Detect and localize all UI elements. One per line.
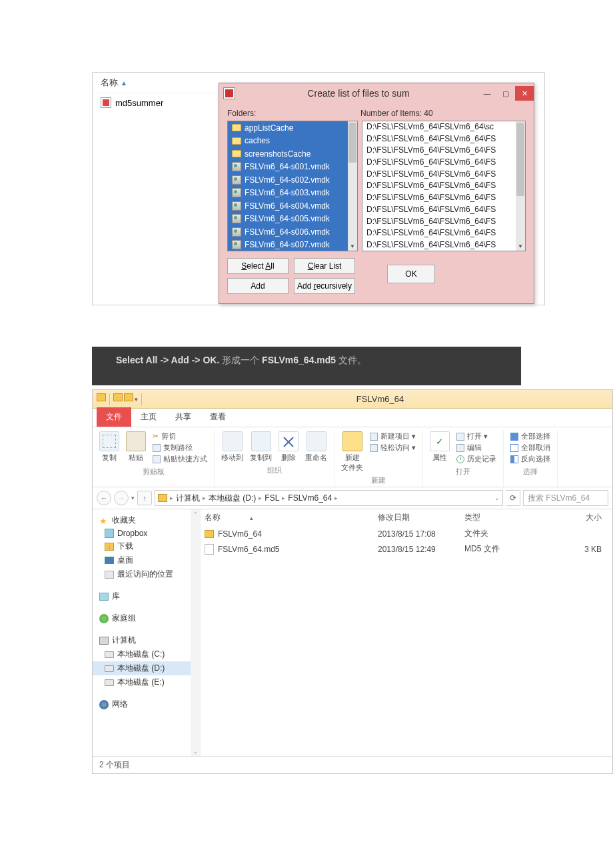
file-row[interactable]: FSLVm6_64.md52013/8/15 12:49MD5 文件3 KB	[201, 541, 612, 557]
folder-list-item[interactable]: appListCache	[228, 121, 357, 135]
select-all-button[interactable]: 全部选择	[510, 431, 550, 441]
nav-homegroup[interactable]: 家庭组	[93, 611, 200, 625]
path-list-item[interactable]: D:\FSL\FSLVm6_64\FSLVm6_64\FS	[362, 192, 525, 204]
tab-share[interactable]: 共享	[166, 407, 201, 427]
nav-recent[interactable]: 最近访问的位置	[93, 567, 200, 581]
new-folder-button[interactable]: 新建 文件夹	[341, 431, 363, 473]
scroll-thumb[interactable]	[516, 123, 524, 196]
maximize-button[interactable]: ▢	[496, 86, 515, 101]
address-dropdown-icon[interactable]: ⌄	[494, 495, 500, 501]
select-none-button[interactable]: 全部取消	[510, 443, 550, 453]
move-to-button[interactable]: 移动到	[221, 431, 243, 463]
folder-list-item[interactable]: FSLVm6_64-s003.vmdk	[228, 187, 357, 200]
path-list-item[interactable]: D:\FSL\FSLVm6_64\FSLVm6_64\FS	[362, 204, 525, 216]
scroll-down-icon[interactable]: ▼	[348, 241, 357, 251]
path-list-item[interactable]: D:\FSL\FSLVm6_64\FSLVm6_64\FS	[362, 157, 525, 169]
chevron-right-icon[interactable]: ▸	[203, 495, 206, 501]
folder-list-item[interactable]: FSLVm6_64-s001.vmdk	[228, 161, 357, 174]
navigation-tree[interactable]: ★收藏夹 Dropbox 下载 桌面 最近访问的位置 库 家庭组 计算机 本地磁…	[93, 509, 201, 756]
breadcrumb-item[interactable]: FSLVm6_64	[288, 493, 332, 503]
paths-listbox[interactable]: D:\FSL\FSLVm6_64\FSLVm6_64\scD:\FSL\FSLV…	[362, 121, 526, 251]
open-button[interactable]: 打开 ▾	[456, 431, 496, 441]
delete-button[interactable]: 删除	[279, 431, 299, 463]
folder-list-item[interactable]: FSLVm6_64-s002.vmdk	[228, 173, 357, 187]
refresh-button[interactable]: ⟳	[506, 490, 520, 506]
nav-favorites[interactable]: ★收藏夹	[93, 513, 200, 527]
nav-forward-button[interactable]: →	[114, 491, 129, 505]
cut-button[interactable]: ✂剪切	[153, 431, 207, 441]
copy-to-button[interactable]: 复制到	[250, 431, 272, 463]
nav-recent-dropdown[interactable]: ▾	[131, 495, 135, 501]
path-list-item[interactable]: D:\FSL\FSLVm6_64\FSLVm6_64\FS	[362, 227, 525, 239]
nav-up-button[interactable]: ↑	[137, 491, 152, 505]
new-item-button[interactable]: 新建项目 ▾	[370, 431, 416, 441]
chevron-right-icon[interactable]: ▸	[170, 495, 173, 501]
paste-button[interactable]: 粘贴	[126, 431, 146, 463]
folder-list-item[interactable]: screenshotsCache	[228, 147, 357, 161]
easy-access-button[interactable]: 轻松访问 ▾	[370, 443, 416, 453]
invert-selection-button[interactable]: 反向选择	[510, 454, 550, 464]
scrollbar[interactable]: ▲ ▼	[348, 121, 357, 251]
folder-list-item[interactable]: FSLVm6_64-s004.vmdk	[228, 199, 357, 213]
copy-button[interactable]: 复制	[99, 431, 119, 463]
search-input[interactable]: 搜索 FSLVm6_64	[523, 490, 608, 506]
path-list-item[interactable]: D:\FSL\FSLVm6_64\FSLVm6_64\FS	[362, 145, 525, 157]
address-bar[interactable]: ▸ 计算机 ▸ 本地磁盘 (D:) ▸ FSL ▸ FSLVm6_64 ▸ ⌄	[155, 490, 503, 506]
folder-list-item[interactable]: FSLVm6_64-s006.vmdk	[228, 225, 357, 239]
nav-disk-e[interactable]: 本地磁盘 (E:)	[93, 675, 200, 689]
add-button[interactable]: Add	[227, 278, 289, 294]
col-date[interactable]: 修改日期	[378, 512, 464, 523]
close-button[interactable]: ✕	[515, 86, 534, 101]
dialog-titlebar[interactable]: Create list of files to sum — ▢ ✕	[219, 83, 534, 103]
nav-computer[interactable]: 计算机	[93, 633, 200, 647]
folder-list-item[interactable]: caches	[228, 135, 357, 148]
breadcrumb-item[interactable]: 计算机	[176, 493, 200, 504]
nav-disk-d[interactable]: 本地磁盘 (D:)	[93, 661, 200, 675]
path-list-item[interactable]: D:\FSL\FSLVm6_64\FSLVm6_64\sc	[362, 121, 525, 133]
breadcrumb-item[interactable]: FSL	[265, 493, 279, 503]
chevron-right-icon[interactable]: ▸	[334, 495, 338, 501]
tab-view[interactable]: 查看	[201, 407, 235, 427]
nav-libraries[interactable]: 库	[93, 589, 200, 603]
col-name[interactable]: 名称▴	[205, 512, 378, 523]
folder-icon[interactable]	[113, 393, 123, 401]
properties-button[interactable]: 属性	[430, 431, 450, 463]
nav-downloads[interactable]: 下载	[93, 539, 200, 553]
edit-button[interactable]: 编辑	[456, 443, 496, 453]
explorer-titlebar[interactable]: ▾ FSLVm6_64	[93, 390, 612, 409]
nav-back-button[interactable]: ←	[97, 491, 111, 505]
copy-path-button[interactable]: 复制路径	[153, 443, 207, 453]
nav-network[interactable]: 网络	[93, 697, 200, 711]
add-recursively-button[interactable]: Add recursively	[294, 278, 355, 294]
scroll-thumb[interactable]	[348, 123, 356, 163]
folders-listbox[interactable]: appListCachecachesscreenshotsCacheFSLVm6…	[227, 121, 358, 251]
minimize-button[interactable]: —	[478, 86, 496, 101]
nav-scrollbar[interactable]: ⌃ ⌄	[191, 509, 200, 756]
col-size[interactable]: 大小	[538, 512, 608, 523]
history-button[interactable]: 历史记录	[456, 454, 496, 464]
chevron-right-icon[interactable]: ▸	[259, 495, 262, 501]
path-list-item[interactable]: D:\FSL\FSLVm6_64\FSLVm6_64\FS	[362, 169, 525, 181]
scroll-up-icon[interactable]: ⌃	[191, 509, 200, 519]
clear-list-button[interactable]: Clear List	[294, 258, 355, 274]
path-list-item[interactable]: D:\FSL\FSLVm6_64\FSLVm6_64\FS	[362, 133, 525, 145]
column-header-name[interactable]: 名称 ▲	[101, 77, 127, 89]
tab-home[interactable]: 主页	[131, 407, 166, 427]
select-all-button[interactable]: Select All	[227, 258, 289, 274]
tab-file[interactable]: 文件	[97, 407, 131, 427]
folder-list-item[interactable]: FSLVm6_64-s007.vmdk	[228, 239, 357, 252]
scroll-down-icon[interactable]: ▼	[516, 241, 525, 251]
nav-disk-c[interactable]: 本地磁盘 (C:)	[93, 647, 200, 661]
file-row[interactable]: FSLVm6_642013/8/15 17:08文件夹	[201, 526, 612, 541]
rename-button[interactable]: 重命名	[305, 431, 327, 463]
ok-button[interactable]: OK	[387, 265, 435, 283]
breadcrumb-item[interactable]: 本地磁盘 (D:)	[209, 493, 256, 504]
file-list[interactable]: 名称▴ 修改日期 类型 大小 FSLVm6_642013/8/15 17:08文…	[201, 509, 612, 756]
path-list-item[interactable]: D:\FSL\FSLVm6_64\FSLVm6_64\FS	[362, 180, 525, 192]
col-type[interactable]: 类型	[464, 512, 538, 523]
path-list-item[interactable]: D:\FSL\FSLVm6_64\FSLVm6_64\FS	[362, 216, 525, 228]
path-list-item[interactable]: D:\FSL\FSLVm6_64\FSLVm6_64\FS	[362, 239, 525, 251]
nav-desktop[interactable]: 桌面	[93, 553, 200, 567]
qat-dropdown-icon[interactable]: ▾	[135, 393, 138, 405]
folder-icon[interactable]	[124, 393, 133, 401]
